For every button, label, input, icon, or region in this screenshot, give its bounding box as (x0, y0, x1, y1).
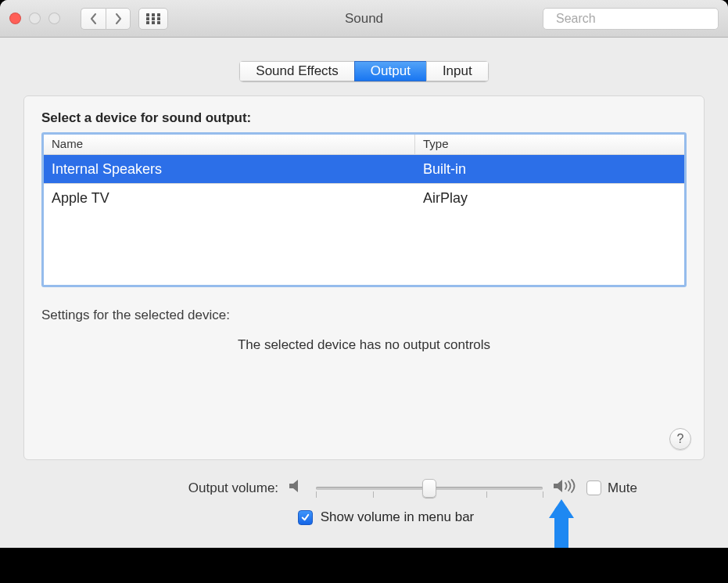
help-button[interactable]: ? (669, 428, 691, 450)
speaker-high-icon (552, 477, 577, 498)
show-volume-menubar-checkbox[interactable] (298, 510, 313, 525)
slider-knob[interactable] (422, 479, 436, 498)
tab-input[interactable]: Input (426, 61, 489, 81)
chevron-left-icon (90, 13, 98, 24)
minimize-window-button[interactable] (29, 13, 41, 24)
back-button[interactable] (81, 8, 106, 30)
close-window-button[interactable] (9, 13, 21, 24)
svg-rect-6 (146, 21, 149, 24)
show-volume-menubar-row[interactable]: Show volume in menu bar (0, 509, 728, 525)
show-volume-menubar-label: Show volume in menu bar (321, 509, 475, 525)
output-volume-slider[interactable] (316, 480, 543, 496)
svg-rect-2 (157, 13, 160, 16)
svg-rect-4 (152, 17, 155, 20)
show-all-button[interactable] (138, 8, 168, 30)
grid-icon (146, 13, 160, 24)
mute-checkbox[interactable] (586, 480, 601, 495)
chevron-right-icon (114, 13, 122, 24)
nav-buttons (81, 8, 131, 30)
settings-for-device-label: Settings for the selected device: (41, 308, 687, 323)
device-name: Internal Speakers (44, 161, 415, 178)
slider-tick (316, 491, 317, 498)
device-type: Built-in (415, 161, 684, 178)
sound-preferences-window: Sound Sound Effects Output Input Select … (0, 0, 728, 548)
svg-rect-0 (146, 13, 149, 16)
window-controls (9, 13, 60, 24)
slider-tick (373, 491, 374, 498)
no-output-controls-message: The selected device has no output contro… (41, 337, 687, 353)
slider-tick (486, 491, 487, 498)
output-panel: Select a device for sound output: Name T… (23, 95, 705, 460)
column-header-name[interactable]: Name (44, 135, 415, 154)
svg-rect-1 (152, 13, 155, 16)
help-icon: ? (677, 432, 684, 446)
tab-output[interactable]: Output (354, 61, 426, 81)
device-name: Apple TV (44, 190, 415, 207)
speaker-low-icon (288, 478, 307, 498)
column-header-type[interactable]: Type (415, 135, 684, 154)
device-row[interactable]: Internal Speakers Built-in (44, 155, 684, 183)
output-volume-row: Output volume: Mute (0, 477, 728, 498)
svg-rect-3 (146, 17, 149, 20)
svg-rect-8 (157, 21, 160, 24)
svg-rect-5 (157, 17, 160, 20)
device-table[interactable]: Name Type Internal Speakers Built-in App… (41, 132, 687, 287)
zoom-window-button[interactable] (48, 13, 60, 24)
section-title: Select a device for sound output: (41, 110, 687, 126)
search-input[interactable] (554, 11, 714, 27)
mute-control[interactable]: Mute (586, 480, 637, 496)
device-type: AirPlay (415, 190, 684, 207)
tab-bar: Sound Effects Output Input (0, 61, 728, 81)
device-row[interactable]: Apple TV AirPlay (44, 184, 684, 212)
mute-label: Mute (608, 480, 637, 496)
output-volume-label: Output volume: (91, 480, 278, 496)
svg-rect-7 (152, 21, 155, 24)
tab-sound-effects[interactable]: Sound Effects (239, 61, 354, 81)
table-header: Name Type (44, 135, 684, 155)
titlebar: Sound (0, 0, 728, 38)
slider-tick (543, 491, 543, 498)
search-field[interactable] (543, 8, 719, 30)
forward-button[interactable] (106, 8, 131, 30)
